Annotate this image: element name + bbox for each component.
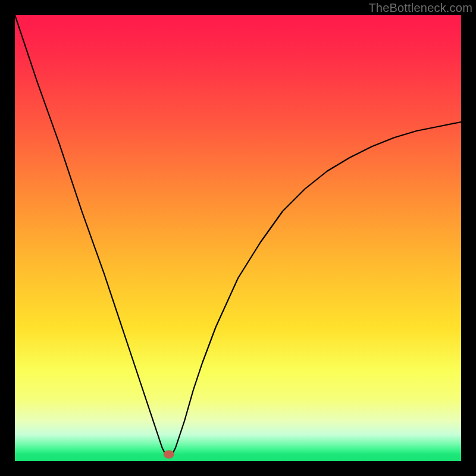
curve-layer [15, 15, 461, 461]
bottleneck-curve [15, 15, 461, 457]
plot-area [15, 15, 461, 461]
attribution-label: TheBottleneck.com [368, 1, 472, 15]
optimum-marker-icon [164, 450, 174, 459]
chart-frame: TheBottleneck.com [0, 0, 476, 476]
